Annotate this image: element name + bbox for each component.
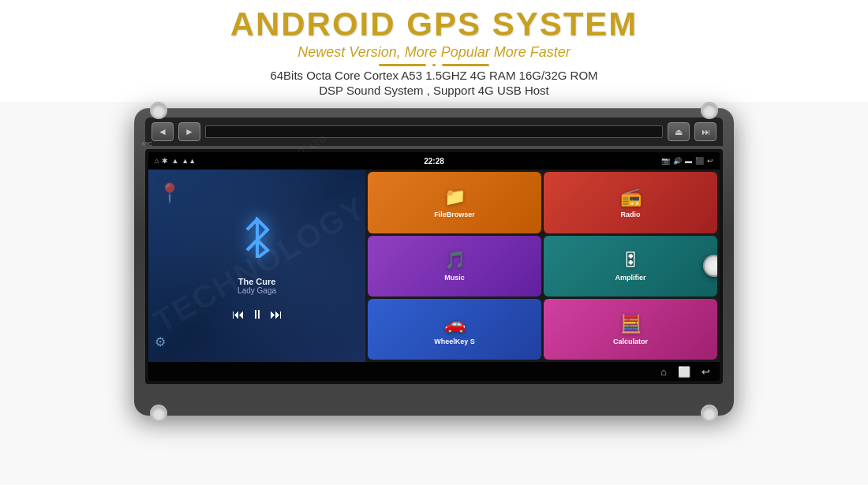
amplifier-tile[interactable]: 🎛 Amplifier	[544, 236, 717, 297]
next-button[interactable]: ►	[178, 122, 200, 141]
home-status-icon: ⌂	[155, 157, 159, 165]
gold-divider	[0, 64, 868, 66]
playback-controls: ⏮ ⏸ ⏭	[232, 308, 282, 322]
wheelkeys-label: WheelKey S	[434, 338, 475, 345]
location-icon: 📍	[158, 182, 181, 204]
status-icons-left: ⌂ ✱ ▲ ▲▲	[155, 157, 196, 165]
car-stereo-device: XTRONS TECHNOLOGY CO.,LTD MIC ◄ ► ⏏ ⏭	[134, 108, 734, 416]
rewind-button[interactable]: ⏮	[232, 308, 245, 322]
bt-status-icon: ✱	[162, 157, 168, 165]
battery-icon: ▬	[685, 157, 692, 165]
page-title: ANDROID GPS SYSTEM	[0, 6, 868, 43]
music-icon: 🎵	[444, 250, 466, 270]
music-tile[interactable]: 🎵 Music	[368, 236, 541, 297]
top-control-bar: MIC ◄ ► ⏏ ⏭	[145, 118, 723, 146]
mount-hole-br	[701, 405, 718, 422]
skip-icon: ⏭	[702, 127, 710, 136]
volume-icon: 🔊	[673, 157, 682, 165]
spec-line-2: DSP Sound System , Support 4G USB Host	[0, 84, 868, 97]
back-nav-icon: ↩	[707, 157, 713, 165]
amplifier-label: Amplifier	[615, 274, 646, 282]
bluetooth-icon[interactable]	[241, 217, 273, 264]
radio-tile[interactable]: 📻 Radio	[544, 172, 717, 233]
radio-label-tile: Radio	[621, 211, 641, 218]
radio-icon: 📻	[620, 187, 642, 207]
screen-content: XTRONS TECHNOLOGY CO.,LTD 📍 The Cure Lad…	[148, 170, 720, 362]
panel-watermark: XTRONS TECHNOLOGY CO.,LTD	[148, 170, 365, 362]
equalizer-icon[interactable]: ⚙	[155, 334, 166, 349]
status-icons-right: 📷 🔊 ▬ ⬛ ↩	[661, 157, 713, 165]
cd-slot	[205, 125, 663, 138]
fast-forward-button[interactable]: ⏭	[270, 308, 282, 322]
artist-name: Lady Gaga	[238, 286, 276, 295]
filebrowser-tile[interactable]: 📁 FileBrowser	[368, 172, 541, 233]
prev-button[interactable]: ◄	[152, 122, 174, 141]
wheelkeys-icon: 🚗	[444, 314, 466, 334]
nav-recents-icon[interactable]: ⬜	[678, 366, 690, 378]
wheelkeys-tile[interactable]: 🚗 WheelKey S	[368, 299, 541, 360]
app-grid: 📁 FileBrowser 📻 Radio 🎵 Music 🎛	[365, 170, 720, 362]
device-area: ⌂ ⬜ ↩ ⚙ RADIO XTRONS TECHNOLOGY CO.,LTD …	[0, 108, 868, 416]
filebrowser-icon: 📁	[444, 187, 466, 207]
eject-button[interactable]: ⏏	[668, 122, 690, 141]
signal-icon: ▲▲	[181, 157, 196, 165]
calculator-icon: 🧮	[620, 314, 642, 334]
home-knob[interactable]	[703, 255, 717, 277]
mount-hole-bl	[150, 405, 167, 422]
spec-line-1: 64Bits Octa Core Cortex A53 1.5GHZ 4G RA…	[0, 69, 868, 82]
music-player-panel: XTRONS TECHNOLOGY CO.,LTD 📍 The Cure Lad…	[148, 170, 365, 362]
status-bar: ⌂ ✱ ▲ ▲▲ 22:28 📷 🔊 ▬ ⬛ ↩	[148, 152, 720, 170]
wifi-status-icon: ▲	[171, 157, 178, 165]
screen-bezel: ⌂ ✱ ▲ ▲▲ 22:28 📷 🔊 ▬ ⬛ ↩	[145, 149, 723, 384]
main-screen: ⌂ ✱ ▲ ▲▲ 22:28 📷 🔊 ▬ ⬛ ↩	[148, 152, 720, 381]
subtitle: Newest Version, More Popular More Faster	[0, 44, 868, 61]
amplifier-icon: 🎛	[622, 250, 639, 270]
filebrowser-label: FileBrowser	[434, 211, 475, 218]
nav-back-icon[interactable]: ↩	[702, 366, 710, 378]
next-icon: ►	[185, 126, 194, 137]
music-label: Music	[444, 274, 465, 282]
play-pause-button[interactable]: ⏸	[251, 308, 264, 322]
nav-home-icon[interactable]: ⌂	[660, 366, 667, 378]
mount-hole-tr	[701, 102, 718, 119]
skip-button[interactable]: ⏭	[694, 122, 716, 141]
fullscreen-icon: ⬛	[695, 157, 704, 165]
camera-icon: 📷	[661, 157, 670, 165]
android-nav-bar: ⌂ ⬜ ↩	[148, 362, 720, 381]
status-time: 22:28	[424, 157, 444, 166]
music-info: The Cure Lady Gaga	[238, 277, 276, 295]
header-section: ANDROID GPS SYSTEM Newest Version, More …	[0, 0, 868, 102]
mic-label: MIC	[142, 141, 152, 147]
song-title: The Cure	[238, 277, 276, 286]
calculator-tile[interactable]: 🧮 Calculator	[544, 299, 717, 360]
mount-hole-tl	[150, 102, 167, 119]
prev-icon: ◄	[158, 126, 167, 137]
eject-icon: ⏏	[675, 127, 683, 137]
calculator-label: Calculator	[613, 338, 648, 345]
